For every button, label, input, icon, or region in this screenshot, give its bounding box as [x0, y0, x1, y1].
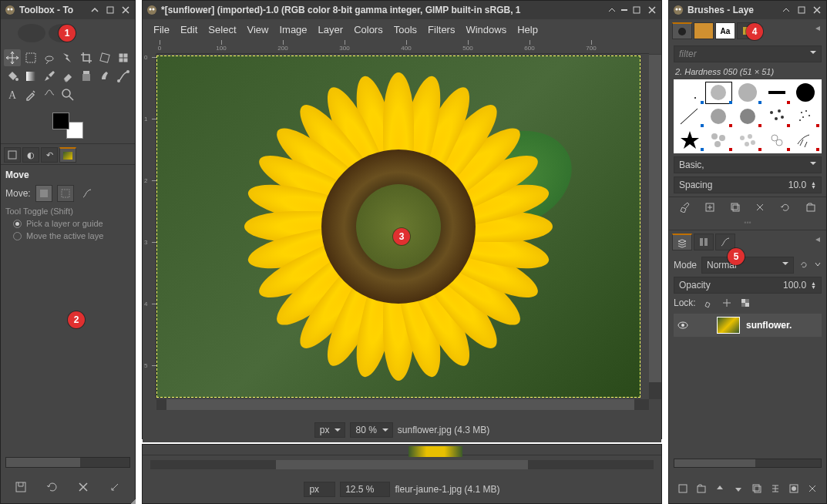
menu-image[interactable]: Image — [274, 22, 311, 37]
unit-select-2[interactable]: px — [304, 482, 335, 497]
reset-preset-icon[interactable] — [106, 479, 123, 496]
maximize-icon[interactable] — [104, 4, 116, 16]
opacity-stepper[interactable]: ▲▼ — [811, 281, 816, 289]
gradient-tool[interactable] — [22, 68, 39, 85]
move-layer-icon[interactable] — [35, 185, 52, 202]
brush-preset[interactable] — [733, 128, 762, 152]
move-tool[interactable] — [4, 49, 21, 66]
rotate-tool[interactable] — [96, 49, 113, 66]
toolbox-titlebar[interactable]: Toolbox - To — [1, 1, 135, 19]
radio-move-active[interactable]: Move the active laye — [13, 231, 130, 240]
brush-preset[interactable] — [762, 128, 792, 152]
crop-tool[interactable] — [78, 49, 95, 66]
rect-select-tool[interactable] — [22, 49, 39, 66]
tab-patterns[interactable] — [694, 22, 714, 39]
image-canvas[interactable] — [156, 55, 640, 398]
paintbrush-tool[interactable] — [41, 68, 58, 85]
tab-fonts[interactable]: Aa — [715, 22, 735, 39]
tab-paths[interactable] — [715, 234, 735, 250]
new-brush-icon[interactable] — [703, 200, 717, 214]
duplicate-layer-icon[interactable] — [750, 482, 764, 496]
panel-menu-icon[interactable]: ◂ — [812, 234, 823, 244]
menu-layer[interactable]: Layer — [314, 22, 348, 37]
tab-device-status[interactable]: ◐ — [22, 147, 39, 163]
lower-layer-icon[interactable] — [731, 482, 745, 496]
menu-colors[interactable]: Colors — [349, 22, 388, 37]
menu-select[interactable]: Select — [203, 22, 240, 37]
spacing-slider[interactable]: Spacing 10.0 ▲▼ — [674, 176, 822, 193]
ruler-horizontal[interactable]: 0100200300400500600700 — [156, 40, 649, 54]
text-tool[interactable]: A — [4, 86, 21, 103]
eraser-tool[interactable] — [59, 68, 76, 85]
brush-preset[interactable] — [675, 128, 704, 152]
tab-layers[interactable] — [672, 234, 692, 250]
maximize-icon[interactable] — [795, 4, 808, 16]
grip-icon[interactable]: ••• — [669, 219, 826, 227]
close-icon[interactable] — [646, 4, 658, 16]
layers-scrollbar[interactable] — [674, 459, 822, 468]
tab-tool-options[interactable] — [4, 147, 21, 163]
menu-tools[interactable]: Tools — [389, 22, 422, 37]
brush-preset[interactable] — [762, 105, 792, 129]
layer-visibility-icon[interactable] — [677, 319, 689, 331]
maximize-icon[interactable] — [630, 4, 643, 16]
save-preset-icon[interactable] — [12, 479, 29, 496]
delete-preset-icon[interactable] — [75, 479, 92, 496]
minimize-icon[interactable] — [606, 4, 618, 16]
menu-help[interactable]: Help — [513, 22, 543, 37]
tab-images[interactable] — [59, 147, 76, 163]
move-path-icon[interactable] — [79, 185, 96, 202]
brush-preset[interactable] — [704, 105, 734, 129]
tab-channels[interactable] — [694, 234, 714, 250]
menu-filters[interactable]: Filters — [423, 22, 459, 37]
layer-row[interactable]: sunflower. — [674, 314, 822, 337]
mask-layer-icon[interactable] — [787, 482, 801, 496]
mode-chevron-icon[interactable] — [814, 260, 822, 270]
canvas-hscrollbar[interactable] — [156, 399, 649, 410]
delete-brush-icon[interactable] — [753, 200, 767, 214]
shade-icon[interactable] — [621, 9, 627, 11]
reset-mode-icon[interactable] — [798, 260, 809, 270]
brush-preset[interactable] — [733, 105, 762, 129]
canvas-viewport[interactable] — [156, 54, 649, 399]
delete-layer-icon[interactable] — [805, 482, 819, 496]
move-selection-icon[interactable] — [57, 185, 74, 202]
brush-preset[interactable] — [733, 81, 762, 105]
opacity-slider[interactable]: Opacity 100.0 ▲▼ — [674, 277, 822, 294]
paths-tool[interactable] — [115, 68, 132, 85]
raise-layer-icon[interactable] — [713, 482, 727, 496]
brush-preset-selected[interactable] — [704, 81, 734, 105]
clone-tool[interactable] — [78, 68, 95, 85]
menu-file[interactable]: File — [149, 22, 174, 37]
bucket-fill-tool[interactable] — [4, 68, 21, 85]
canvas-vscrollbar[interactable] — [649, 54, 661, 399]
new-layer-icon[interactable] — [676, 482, 690, 496]
lock-pixels-icon[interactable] — [702, 297, 714, 309]
close-icon[interactable] — [119, 4, 132, 16]
spacing-stepper[interactable]: ▲▼ — [811, 181, 816, 189]
brush-preset-select[interactable]: Basic, — [674, 156, 822, 173]
menu-edit[interactable]: Edit — [176, 22, 202, 37]
fuzzy-select-tool[interactable] — [59, 49, 76, 66]
canvas-hscrollbar-2[interactable] — [150, 460, 654, 469]
color-swatch[interactable] — [52, 113, 83, 139]
zoom-select-2[interactable]: 12.5 % — [340, 482, 390, 497]
refresh-brush-icon[interactable] — [778, 200, 792, 214]
menu-windows[interactable]: Windows — [461, 22, 511, 37]
brush-filter-input[interactable]: filter — [674, 45, 822, 62]
fg-color-swatch[interactable] — [52, 113, 69, 129]
brush-preset[interactable] — [675, 81, 704, 105]
brush-preset[interactable] — [675, 105, 704, 129]
canvas-thumbnail-2[interactable] — [408, 446, 462, 457]
toolbox-scrollbar[interactable] — [5, 457, 130, 468]
merge-layer-icon[interactable] — [768, 482, 782, 496]
edit-brush-icon[interactable] — [677, 200, 691, 214]
radio-pick-layer[interactable]: Pick a layer or guide — [13, 219, 130, 228]
warp-tool[interactable] — [115, 49, 132, 66]
tab-brushes[interactable] — [672, 22, 692, 39]
unit-select[interactable]: px — [314, 422, 346, 438]
brush-preset[interactable] — [762, 81, 792, 105]
brush-preset[interactable] — [704, 128, 734, 152]
free-select-tool[interactable] — [41, 49, 58, 66]
ruler-horizontal-2[interactable] — [143, 445, 661, 455]
